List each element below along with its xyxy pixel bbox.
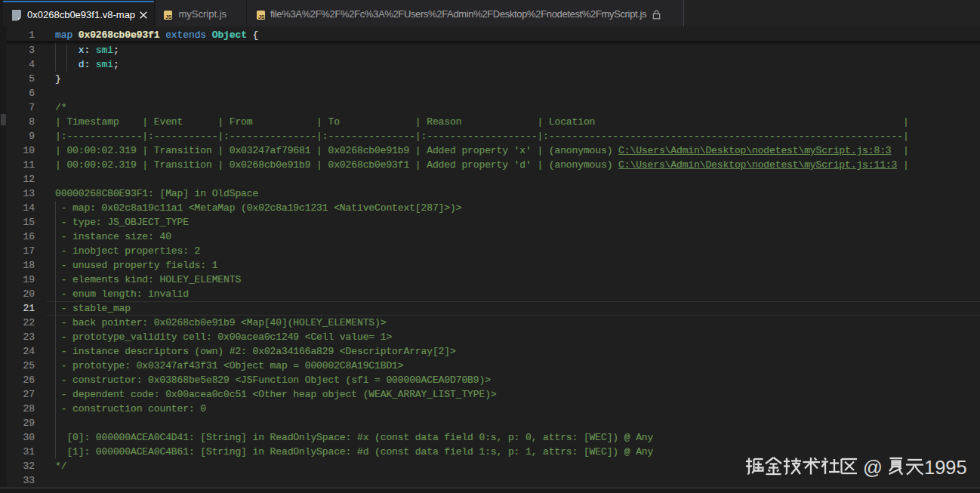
svg-text:@: @ bbox=[863, 457, 883, 478]
svg-text:1995: 1995 bbox=[924, 457, 967, 478]
